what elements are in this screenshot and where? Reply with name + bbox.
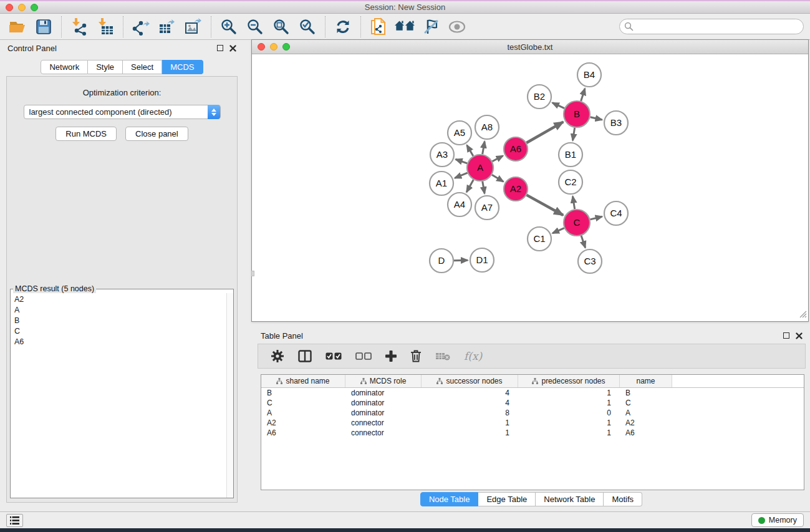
- column-header-predecessor-nodes[interactable]: predecessor nodes: [518, 375, 620, 387]
- search-field[interactable]: [619, 19, 804, 34]
- table-cell[interactable]: 1: [518, 389, 620, 397]
- edge-A2-C[interactable]: [527, 195, 564, 215]
- network-window-titlebar[interactable]: testGlobe.txt: [252, 40, 808, 54]
- edge-A-A2[interactable]: [492, 175, 503, 181]
- edge-B-B2[interactable]: [552, 103, 564, 109]
- float-panel-icon[interactable]: [217, 45, 223, 51]
- table-cell[interactable]: dominator: [345, 389, 422, 397]
- table-cell[interactable]: 1: [518, 399, 620, 407]
- edge-A-A1[interactable]: [455, 173, 467, 178]
- table-cell[interactable]: 1: [422, 428, 518, 437]
- zoom-out-icon[interactable]: [245, 17, 265, 37]
- edge-A-A6[interactable]: [492, 156, 503, 162]
- table-settings-gear-icon[interactable]: [271, 349, 284, 363]
- save-session-icon[interactable]: [34, 17, 54, 37]
- edge-A-A7[interactable]: [483, 181, 485, 194]
- tab-network[interactable]: Network: [41, 60, 88, 74]
- table-cell[interactable]: dominator: [345, 409, 422, 417]
- zoom-in-icon[interactable]: [219, 17, 239, 37]
- delete-column-trash-icon[interactable]: [410, 350, 422, 362]
- edge-C-C1[interactable]: [552, 228, 564, 233]
- home-icon[interactable]: [395, 17, 415, 37]
- close-panel-icon[interactable]: [229, 45, 236, 52]
- table-cell[interactable]: B: [261, 389, 345, 397]
- table-row[interactable]: Adominator80A: [261, 408, 804, 418]
- zoom-fit-icon[interactable]: [271, 17, 291, 37]
- table-cell[interactable]: A: [620, 409, 672, 417]
- resize-grip-icon[interactable]: [799, 310, 807, 320]
- memory-button[interactable]: Memory: [751, 513, 804, 527]
- panel-list-button[interactable]: [6, 514, 23, 527]
- result-item[interactable]: C: [11, 326, 226, 337]
- add-column-icon[interactable]: [385, 351, 397, 362]
- refresh-layout-icon[interactable]: [333, 17, 353, 37]
- table-cell[interactable]: 8: [422, 409, 518, 417]
- edge-A-A3[interactable]: [456, 159, 467, 163]
- table-cell[interactable]: A2: [620, 418, 672, 427]
- table-cell[interactable]: A6: [261, 428, 345, 437]
- splitter-handle[interactable]: [251, 271, 254, 276]
- table-cell[interactable]: C: [261, 399, 345, 407]
- edge-C-C2[interactable]: [572, 196, 574, 210]
- tab-motifs[interactable]: Motifs: [604, 492, 642, 506]
- result-scrollbar[interactable]: [226, 293, 233, 498]
- result-item[interactable]: B: [11, 316, 226, 326]
- tab-edge-table[interactable]: Edge Table: [478, 492, 536, 506]
- close-panel-button[interactable]: Close panel: [125, 127, 188, 141]
- edge-B-B4[interactable]: [581, 89, 585, 101]
- table-cell[interactable]: 4: [422, 389, 518, 397]
- edge-A6-B[interactable]: [526, 122, 563, 143]
- export-image-icon[interactable]: [183, 17, 203, 37]
- import-network-icon[interactable]: [69, 17, 89, 37]
- table-cell[interactable]: 1: [518, 418, 620, 427]
- edge-B-B3[interactable]: [590, 117, 602, 120]
- table-cell[interactable]: A: [261, 409, 345, 417]
- table-cell[interactable]: 1: [518, 428, 620, 437]
- table-row[interactable]: A2connector11A2: [261, 418, 804, 428]
- table-cell[interactable]: A2: [261, 418, 345, 427]
- mcds-result-list[interactable]: A2ABCA6: [11, 294, 226, 497]
- duplicate-network-icon[interactable]: [369, 17, 388, 37]
- result-item[interactable]: A6: [11, 337, 226, 347]
- deselect-all-unchecked-icon[interactable]: [355, 352, 372, 360]
- table-row[interactable]: Cdominator41C: [261, 398, 804, 408]
- edge-A-A5[interactable]: [467, 145, 473, 156]
- column-header-MCDS-role[interactable]: MCDS role: [345, 375, 422, 387]
- table-cell[interactable]: connector: [345, 428, 422, 437]
- tab-node-table[interactable]: Node Table: [420, 492, 479, 506]
- tab-select[interactable]: Select: [123, 60, 162, 74]
- result-item[interactable]: A: [11, 305, 226, 316]
- open-session-icon[interactable]: [7, 17, 27, 37]
- show-columns-icon[interactable]: [298, 350, 312, 362]
- table-row[interactable]: Bdominator41B: [261, 388, 804, 398]
- export-table-icon[interactable]: [157, 17, 177, 37]
- table-cell[interactable]: dominator: [345, 399, 422, 407]
- column-header-shared-name[interactable]: shared name: [261, 375, 345, 387]
- table-row[interactable]: A6connector11A6: [261, 428, 804, 438]
- table-cell[interactable]: 1: [422, 418, 518, 427]
- column-header-successor-nodes[interactable]: successor nodes: [422, 375, 518, 387]
- select-all-checked-icon[interactable]: [325, 352, 342, 360]
- edge-C-C3[interactable]: [581, 236, 586, 248]
- table-cell[interactable]: A6: [620, 428, 672, 437]
- edge-B-B1[interactable]: [572, 128, 574, 141]
- float-table-panel-icon[interactable]: [783, 332, 789, 339]
- optimization-criterion-select[interactable]: largest connected component (directed): [24, 105, 221, 119]
- tab-network-table[interactable]: Network Table: [536, 492, 604, 506]
- table-cell[interactable]: connector: [345, 418, 422, 427]
- run-mcds-button[interactable]: Run MCDS: [55, 127, 117, 141]
- import-table-icon[interactable]: [95, 17, 115, 37]
- table-cell[interactable]: 0: [518, 409, 620, 417]
- edge-A-A4[interactable]: [466, 180, 473, 192]
- tab-style[interactable]: Style: [88, 60, 123, 74]
- table-cell[interactable]: C: [620, 399, 672, 407]
- edge-A-A8[interactable]: [483, 142, 485, 155]
- result-item[interactable]: A2: [11, 294, 226, 305]
- close-table-panel-icon[interactable]: [796, 332, 803, 339]
- zoom-selected-icon[interactable]: [297, 17, 317, 37]
- export-network-icon[interactable]: [131, 17, 151, 37]
- table-cell[interactable]: B: [620, 389, 672, 397]
- hide-details-icon[interactable]: [421, 17, 441, 37]
- edge-C-C4[interactable]: [590, 216, 602, 220]
- search-input[interactable]: [619, 19, 804, 34]
